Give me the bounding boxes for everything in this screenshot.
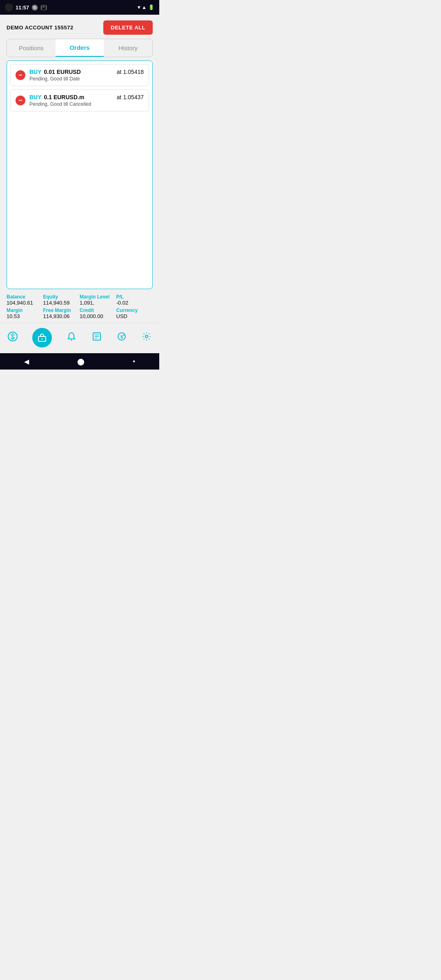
order-1-info: BUY 0.01 EURUSD at 1.05418 Pending, Good… — [29, 69, 144, 82]
delete-all-button[interactable]: DELETE ALL — [103, 20, 153, 35]
status-right: ▾ ▲ 🔋 — [138, 4, 154, 10]
stat-pl-value: -0.02 — [116, 300, 153, 306]
stat-balance-label: Balance — [7, 294, 43, 300]
header: DEMO ACCOUNT 155572 DELETE ALL — [0, 15, 159, 39]
order-2-main-line: BUY 0.1 EURUSD.m at 1.05437 — [29, 94, 144, 100]
signal-icon: ▲ — [142, 4, 147, 10]
stat-balance: Balance 104,940.61 — [7, 294, 43, 306]
order-2-status: Pending, Good till Cancelled — [29, 101, 144, 107]
sim-icon: 📳 — [40, 4, 47, 11]
stat-margin-level: Margin Level 1,091, — [80, 294, 116, 306]
svg-text:$: $ — [120, 334, 123, 339]
stat-margin-level-label: Margin Level — [80, 294, 116, 300]
stat-margin: Margin 10.53 — [7, 307, 43, 319]
portfolio-icon — [32, 328, 52, 347]
battery-icon: 🔋 — [148, 4, 154, 10]
privacy-icon: 🔘 — [31, 4, 38, 11]
stat-currency-label: Currency — [116, 307, 153, 313]
status-bar: 11:57 🔘 📳 ▾ ▲ 🔋 — [0, 0, 159, 15]
stat-margin-value: 10.53 — [7, 313, 43, 319]
order-1-type: BUY — [29, 69, 42, 75]
stat-free-margin-label: Free Margin — [43, 307, 80, 313]
account-label: DEMO ACCOUNT 155572 — [7, 24, 74, 31]
order-row: BUY 0.01 EURUSD at 1.05418 Pending, Good… — [10, 64, 149, 86]
tab-orders[interactable]: Orders — [56, 39, 104, 57]
nav-portfolio[interactable] — [29, 326, 55, 349]
payments-icon: $ — [116, 331, 127, 344]
settings-icon — [141, 331, 152, 344]
alerts-icon — [66, 331, 77, 344]
order-2-info: BUY 0.1 EURUSD.m at 1.05437 Pending, Goo… — [29, 94, 144, 107]
status-avatar — [5, 3, 13, 11]
stat-margin-level-value: 1,091, — [80, 300, 116, 306]
news-icon — [91, 331, 102, 344]
stat-credit: Credit 10,000.00 — [80, 307, 116, 319]
tab-positions[interactable]: Positions — [7, 39, 56, 57]
stats-bar: Balance 104,940.61 Equity 114,940.59 Mar… — [0, 289, 159, 323]
stat-pl-label: P/L — [116, 294, 153, 300]
order-1-volume: 0.01 EURUSD — [44, 69, 81, 75]
nav-trade[interactable]: $ — [4, 330, 21, 346]
nav-payments[interactable]: $ — [113, 330, 130, 346]
tab-history[interactable]: History — [104, 39, 152, 57]
svg-point-11 — [145, 335, 148, 338]
order-2-volume: 0.1 EURUSD.m — [44, 94, 85, 100]
stat-equity-value: 114,940.59 — [43, 300, 80, 306]
stat-free-margin-value: 114,930.06 — [43, 313, 80, 319]
stat-pl: P/L -0.02 — [116, 294, 153, 306]
order-1-main-line: BUY 0.01 EURUSD at 1.05418 — [29, 69, 144, 75]
order-row: BUY 0.1 EURUSD.m at 1.05437 Pending, Goo… — [10, 89, 149, 111]
tabs-container: Positions Orders History — [7, 39, 153, 57]
stat-free-margin: Free Margin 114,930.06 — [43, 307, 80, 319]
order-1-status: Pending, Good till Date — [29, 76, 144, 82]
nav-alerts[interactable] — [63, 330, 80, 346]
back-button[interactable]: ◀ — [24, 358, 29, 365]
stat-currency-value: USD — [116, 313, 153, 319]
nav-settings[interactable] — [138, 330, 155, 346]
cancel-order-2-button[interactable] — [16, 96, 25, 105]
nav-news[interactable] — [88, 330, 105, 346]
order-2-price: at 1.05437 — [117, 94, 144, 100]
stat-equity-label: Equity — [43, 294, 80, 300]
system-nav-bar: ◀ ⬤ ▪ — [0, 353, 159, 370]
stat-balance-value: 104,940.61 — [7, 300, 43, 306]
order-2-type: BUY — [29, 94, 42, 100]
orders-panel: BUY 0.01 EURUSD at 1.05418 Pending, Good… — [7, 60, 153, 289]
status-time: 11:57 — [16, 4, 29, 11]
stat-margin-label: Margin — [7, 307, 43, 313]
status-left: 11:57 🔘 📳 — [5, 3, 47, 11]
stat-credit-label: Credit — [80, 307, 116, 313]
order-1-price: at 1.05418 — [117, 69, 144, 75]
recents-button[interactable]: ▪ — [133, 358, 135, 365]
wifi-icon: ▾ — [138, 4, 140, 10]
home-button[interactable]: ⬤ — [77, 358, 85, 365]
trade-icon: $ — [7, 331, 18, 344]
stat-currency: Currency USD — [116, 307, 153, 319]
svg-point-4 — [71, 340, 72, 341]
bottom-nav: $ — [0, 323, 159, 353]
cancel-order-1-button[interactable] — [16, 70, 25, 80]
stat-credit-value: 10,000.00 — [80, 313, 116, 319]
stat-equity: Equity 114,940.59 — [43, 294, 80, 306]
